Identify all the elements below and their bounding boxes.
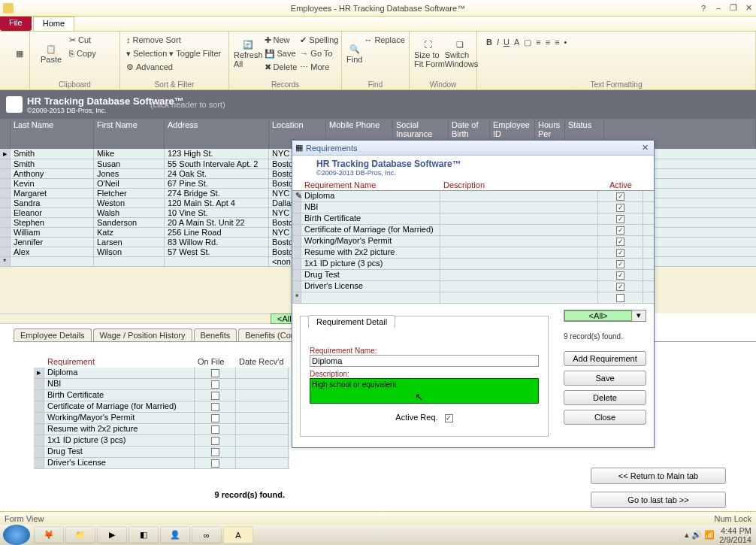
goto-button[interactable]: →Go To [298, 47, 340, 60]
find-button[interactable]: 🔍Find [346, 33, 362, 74]
list-item[interactable]: Working/Mayor's Permit [34, 413, 289, 424]
delete-button[interactable]: ✖Delete [263, 60, 299, 74]
popup-close-icon[interactable]: ✕ [639, 143, 651, 153]
col-last[interactable]: Last Name [11, 119, 94, 149]
tray-date: 2/9/2014 [719, 535, 751, 544]
records-label: Records [229, 80, 341, 89]
tab-benefits[interactable]: Benefits [194, 329, 237, 341]
name-label: Requirement Name: [310, 347, 539, 355]
paste-button[interactable]: 📋Paste [35, 33, 68, 74]
popup-col-active: Active [598, 180, 643, 190]
col-address[interactable]: Address [165, 119, 269, 149]
col-first[interactable]: First Name [94, 119, 165, 149]
underline-button[interactable]: U [503, 38, 510, 47]
status-bar: Form View Num Lock [0, 511, 756, 525]
list-item[interactable]: 1x1 ID picture (3 pcs) [34, 435, 289, 447]
req-col-name: Requirement [44, 356, 195, 368]
bold-button[interactable]: B [486, 38, 492, 47]
active-req-label: Active Req. [395, 413, 437, 422]
italic-button[interactable]: I [497, 38, 499, 47]
ribbon: ▦ 📋Paste ✂Cut ⎘Copy Clipboard ↕Remove So… [0, 32, 756, 90]
advanced-button[interactable]: ⚙Advanced [125, 60, 224, 74]
file-tab[interactable]: File [0, 17, 32, 31]
window-label: Window [410, 80, 476, 89]
start-button[interactable] [3, 525, 30, 545]
align-left-button[interactable]: ≡ [536, 38, 540, 47]
popup-new-row[interactable]: * [292, 292, 654, 304]
list-item[interactable]: Working/Mayor's Permit [292, 236, 654, 247]
popup-close-button[interactable]: Close [564, 410, 646, 425]
new-button[interactable]: ✚New [263, 33, 299, 47]
home-tab[interactable]: Home [33, 17, 74, 31]
align-center-button[interactable]: ≡ [546, 38, 550, 47]
taskbar-access[interactable]: A [223, 526, 253, 543]
taskbar-app1[interactable]: ◧ [129, 526, 159, 543]
requirement-name-input[interactable] [310, 355, 539, 367]
list-item[interactable]: NBI [34, 379, 289, 390]
status-right: Num Lock [714, 514, 751, 523]
taskbar-app2[interactable]: 👤 [160, 526, 190, 543]
app-logo [6, 96, 23, 113]
font-color-button[interactable]: A [514, 38, 519, 47]
taskbar-firefox[interactable]: 🦊 [34, 526, 64, 543]
list-item[interactable]: ▸Diploma [34, 368, 289, 379]
list-item[interactable]: 1x1 ID picture (3 pcs) [292, 259, 654, 270]
taskbar-app3[interactable]: ∞ [192, 526, 222, 543]
tray-time: 4:44 PM [719, 526, 751, 535]
list-item[interactable]: Certificate of Marriage (for Married) [34, 401, 289, 413]
list-item[interactable]: Driver's License [292, 281, 654, 292]
list-item[interactable]: Resume with 2x2 picture [34, 424, 289, 435]
highlight-button[interactable]: ▢ [524, 38, 531, 47]
restore-icon[interactable]: ❐ [726, 2, 741, 14]
more-button[interactable]: ⋯More [298, 60, 340, 74]
return-main-button[interactable]: << Return to Main tab [591, 468, 726, 484]
save-button[interactable]: 💾Save [263, 47, 299, 60]
taskbar-media[interactable]: ▶ [97, 526, 127, 543]
taskbar-explorer[interactable]: 📁 [65, 526, 95, 543]
popup-delete-button[interactable]: Delete [564, 390, 646, 405]
bullets-button[interactable]: • [564, 38, 567, 47]
list-item[interactable]: Birth Certificate [34, 390, 289, 401]
list-item[interactable]: Birth Certificate [292, 213, 654, 225]
copy-button[interactable]: ⎘Copy [68, 47, 98, 60]
help-icon[interactable]: ? [696, 2, 711, 14]
list-item[interactable]: Drug Test [34, 447, 289, 458]
size-button[interactable]: ⛶Size to Fit Form [414, 33, 445, 74]
replace-button[interactable]: ↔Replace [362, 33, 406, 47]
popup-all-button[interactable]: <All> [564, 310, 632, 321]
active-checkbox[interactable] [616, 294, 624, 302]
switch-button[interactable]: ❏Switch Windows [445, 33, 478, 74]
find-label: Find [342, 80, 409, 89]
spelling-button[interactable]: ✔Spelling [298, 33, 340, 47]
list-item[interactable]: Resume with 2x2 picture [292, 247, 654, 259]
remove-sort-button[interactable]: ↕Remove Sort [125, 33, 224, 47]
close-icon[interactable]: ✕ [741, 2, 756, 14]
popup-title: Requirements [306, 144, 357, 153]
list-item[interactable]: NBI [292, 202, 654, 213]
cut-button[interactable]: ✂Cut [68, 33, 98, 47]
align-right-button[interactable]: ≡ [555, 38, 559, 47]
list-item[interactable]: ✎Diploma [292, 191, 654, 202]
refresh-button[interactable]: 🔄Refresh All [234, 33, 263, 74]
popup-save-button[interactable]: Save [564, 371, 646, 386]
detail-tab[interactable]: Requirement Detail [308, 315, 395, 328]
requirements-popup: ▦ Requirements ✕ HR Tracking Database So… [292, 140, 655, 448]
tab-wage-position-history[interactable]: Wage / Position History [93, 329, 192, 341]
description-input[interactable]: High school or equivalent [310, 378, 539, 404]
list-item[interactable]: Drug Test [292, 270, 654, 281]
popup-col-name: Requirement Name [301, 180, 440, 190]
req-col-date: Date Recv'd [236, 356, 289, 368]
chevron-down-icon[interactable]: ▾ [632, 310, 646, 321]
list-item[interactable]: Driver's License [34, 458, 289, 469]
list-item[interactable]: Certificate of Marriage (for Married) [292, 225, 654, 236]
minimize-icon[interactable]: − [711, 2, 726, 14]
taskbar: 🦊 📁 ▶ ◧ 👤 ∞ A ▴ 🔊 📶 4:44 PM 2/9/2014 [0, 525, 756, 545]
goto-last-button[interactable]: Go to last tab >> [591, 492, 726, 508]
tray-icons[interactable]: ▴ 🔊 📶 [685, 530, 715, 540]
desc-label: Description: [310, 370, 539, 378]
add-requirement-button[interactable]: Add Requirement [564, 351, 646, 366]
active-req-checkbox[interactable] [445, 414, 453, 422]
selection-button[interactable]: ▾Selection▾Toggle Filter [125, 47, 224, 60]
tab-employee-details[interactable]: Employee Details [14, 329, 92, 341]
popup-col-desc: Description [440, 180, 598, 190]
